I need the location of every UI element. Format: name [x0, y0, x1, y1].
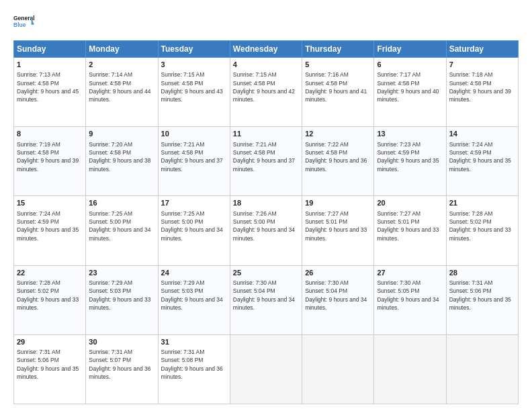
- day-info: Sunrise: 7:24 AMSunset: 4:59 PMDaylight:…: [17, 210, 83, 242]
- day-number: 23: [89, 268, 154, 278]
- day-header-monday: Monday: [86, 41, 158, 58]
- day-number: 8: [17, 129, 83, 139]
- logo-svg: General Blue: [13, 11, 35, 35]
- day-info: Sunrise: 7:24 AMSunset: 4:59 PMDaylight:…: [449, 140, 515, 173]
- calendar-cell: 9 Sunrise: 7:20 AMSunset: 4:58 PMDayligh…: [86, 127, 158, 196]
- day-header-thursday: Thursday: [302, 41, 374, 58]
- day-number: 10: [161, 129, 227, 139]
- calendar-cell: 19 Sunrise: 7:27 AMSunset: 5:01 PMDaylig…: [302, 196, 374, 265]
- calendar-cell: 16 Sunrise: 7:25 AMSunset: 5:00 PMDaylig…: [86, 196, 158, 265]
- day-number: 5: [305, 60, 371, 70]
- day-number: 21: [449, 198, 515, 208]
- day-number: 6: [377, 60, 443, 70]
- calendar-cell: [374, 334, 446, 404]
- day-number: 4: [233, 60, 299, 70]
- day-info: Sunrise: 7:27 AMSunset: 5:01 PMDaylight:…: [377, 210, 443, 242]
- calendar-week-4: 22 Sunrise: 7:28 AMSunset: 5:02 PMDaylig…: [14, 265, 519, 334]
- calendar-week-3: 15 Sunrise: 7:24 AMSunset: 4:59 PMDaylig…: [14, 196, 519, 265]
- calendar-cell: [230, 334, 302, 404]
- day-number: 19: [305, 198, 371, 208]
- calendar-cell: 28 Sunrise: 7:31 AMSunset: 5:06 PMDaylig…: [446, 265, 518, 334]
- day-info: Sunrise: 7:15 AMSunset: 4:58 PMDaylight:…: [161, 71, 227, 103]
- page: General Blue SundayMondayTuesdayWednesda…: [0, 0, 532, 411]
- day-info: Sunrise: 7:25 AMSunset: 5:00 PMDaylight:…: [161, 210, 227, 242]
- calendar-cell: 31 Sunrise: 7:31 AMSunset: 5:08 PMDaylig…: [158, 334, 230, 404]
- day-number: 27: [377, 268, 443, 278]
- calendar-cell: 1 Sunrise: 7:13 AMSunset: 4:58 PMDayligh…: [14, 58, 86, 127]
- day-info: Sunrise: 7:29 AMSunset: 5:03 PMDaylight:…: [161, 279, 227, 312]
- day-info: Sunrise: 7:17 AMSunset: 4:58 PMDaylight:…: [377, 71, 443, 103]
- day-number: 20: [377, 198, 443, 208]
- calendar-cell: 23 Sunrise: 7:29 AMSunset: 5:03 PMDaylig…: [86, 265, 158, 334]
- calendar-cell: 27 Sunrise: 7:30 AMSunset: 5:05 PMDaylig…: [374, 265, 446, 334]
- day-header-sunday: Sunday: [14, 41, 86, 58]
- day-info: Sunrise: 7:22 AMSunset: 4:58 PMDaylight:…: [305, 140, 371, 173]
- day-info: Sunrise: 7:26 AMSunset: 5:00 PMDaylight:…: [233, 210, 299, 242]
- header: General Blue: [13, 11, 519, 35]
- day-info: Sunrise: 7:20 AMSunset: 4:58 PMDaylight:…: [89, 140, 154, 173]
- calendar-body: 1 Sunrise: 7:13 AMSunset: 4:58 PMDayligh…: [14, 58, 519, 404]
- day-number: 28: [449, 268, 515, 278]
- calendar-cell: 3 Sunrise: 7:15 AMSunset: 4:58 PMDayligh…: [158, 58, 230, 127]
- day-number: 17: [161, 198, 227, 208]
- day-info: Sunrise: 7:23 AMSunset: 4:59 PMDaylight:…: [377, 140, 443, 173]
- day-number: 9: [89, 129, 154, 139]
- calendar-cell: 5 Sunrise: 7:16 AMSunset: 4:58 PMDayligh…: [302, 58, 374, 127]
- day-info: Sunrise: 7:28 AMSunset: 5:02 PMDaylight:…: [449, 210, 515, 242]
- day-info: Sunrise: 7:14 AMSunset: 4:58 PMDaylight:…: [89, 71, 154, 103]
- day-info: Sunrise: 7:31 AMSunset: 5:07 PMDaylight:…: [89, 348, 154, 381]
- calendar-cell: 17 Sunrise: 7:25 AMSunset: 5:00 PMDaylig…: [158, 196, 230, 265]
- calendar-cell: 26 Sunrise: 7:30 AMSunset: 5:04 PMDaylig…: [302, 265, 374, 334]
- day-info: Sunrise: 7:27 AMSunset: 5:01 PMDaylight:…: [305, 210, 371, 242]
- day-info: Sunrise: 7:13 AMSunset: 4:58 PMDaylight:…: [17, 71, 83, 103]
- calendar-cell: 13 Sunrise: 7:23 AMSunset: 4:59 PMDaylig…: [374, 127, 446, 196]
- day-number: 31: [161, 337, 227, 347]
- day-info: Sunrise: 7:16 AMSunset: 4:58 PMDaylight:…: [305, 71, 371, 103]
- calendar-cell: 2 Sunrise: 7:14 AMSunset: 4:58 PMDayligh…: [86, 58, 158, 127]
- day-number: 11: [233, 129, 299, 139]
- day-number: 14: [449, 129, 515, 139]
- calendar-cell: [446, 334, 518, 404]
- calendar-cell: 8 Sunrise: 7:19 AMSunset: 4:58 PMDayligh…: [14, 127, 86, 196]
- calendar-cell: 6 Sunrise: 7:17 AMSunset: 4:58 PMDayligh…: [374, 58, 446, 127]
- svg-text:Blue: Blue: [13, 21, 26, 28]
- day-info: Sunrise: 7:31 AMSunset: 5:06 PMDaylight:…: [17, 348, 83, 381]
- day-info: Sunrise: 7:25 AMSunset: 5:00 PMDaylight:…: [89, 210, 154, 242]
- day-info: Sunrise: 7:30 AMSunset: 5:04 PMDaylight:…: [305, 279, 371, 312]
- calendar-cell: [302, 334, 374, 404]
- day-header-friday: Friday: [374, 41, 446, 58]
- day-number: 29: [17, 337, 83, 347]
- calendar-cell: 20 Sunrise: 7:27 AMSunset: 5:01 PMDaylig…: [374, 196, 446, 265]
- day-info: Sunrise: 7:30 AMSunset: 5:05 PMDaylight:…: [377, 279, 443, 312]
- day-number: 26: [305, 268, 371, 278]
- day-number: 30: [89, 337, 154, 347]
- day-number: 13: [377, 129, 443, 139]
- day-number: 18: [233, 198, 299, 208]
- calendar-cell: 7 Sunrise: 7:18 AMSunset: 4:58 PMDayligh…: [446, 58, 518, 127]
- day-info: Sunrise: 7:19 AMSunset: 4:58 PMDaylight:…: [17, 140, 83, 173]
- calendar-week-1: 1 Sunrise: 7:13 AMSunset: 4:58 PMDayligh…: [14, 58, 519, 127]
- calendar-cell: 21 Sunrise: 7:28 AMSunset: 5:02 PMDaylig…: [446, 196, 518, 265]
- day-info: Sunrise: 7:18 AMSunset: 4:58 PMDaylight:…: [449, 71, 515, 103]
- day-number: 25: [233, 268, 299, 278]
- day-info: Sunrise: 7:29 AMSunset: 5:03 PMDaylight:…: [89, 279, 154, 312]
- day-info: Sunrise: 7:21 AMSunset: 4:58 PMDaylight:…: [161, 140, 227, 173]
- day-number: 22: [17, 268, 83, 278]
- day-number: 16: [89, 198, 154, 208]
- day-header-wednesday: Wednesday: [230, 41, 302, 58]
- calendar-cell: 4 Sunrise: 7:15 AMSunset: 4:58 PMDayligh…: [230, 58, 302, 127]
- day-header-saturday: Saturday: [446, 41, 518, 58]
- calendar-cell: 22 Sunrise: 7:28 AMSunset: 5:02 PMDaylig…: [14, 265, 86, 334]
- day-number: 1: [17, 60, 83, 70]
- day-number: 24: [161, 268, 227, 278]
- calendar-table: SundayMondayTuesdayWednesdayThursdayFrid…: [13, 40, 519, 404]
- calendar-cell: 29 Sunrise: 7:31 AMSunset: 5:06 PMDaylig…: [14, 334, 86, 404]
- calendar-cell: 14 Sunrise: 7:24 AMSunset: 4:59 PMDaylig…: [446, 127, 518, 196]
- day-info: Sunrise: 7:31 AMSunset: 5:06 PMDaylight:…: [449, 279, 515, 312]
- day-info: Sunrise: 7:30 AMSunset: 5:04 PMDaylight:…: [233, 279, 299, 312]
- day-info: Sunrise: 7:15 AMSunset: 4:58 PMDaylight:…: [233, 71, 299, 103]
- calendar-cell: 18 Sunrise: 7:26 AMSunset: 5:00 PMDaylig…: [230, 196, 302, 265]
- day-number: 2: [89, 60, 154, 70]
- day-number: 12: [305, 129, 371, 139]
- day-info: Sunrise: 7:31 AMSunset: 5:08 PMDaylight:…: [161, 348, 227, 381]
